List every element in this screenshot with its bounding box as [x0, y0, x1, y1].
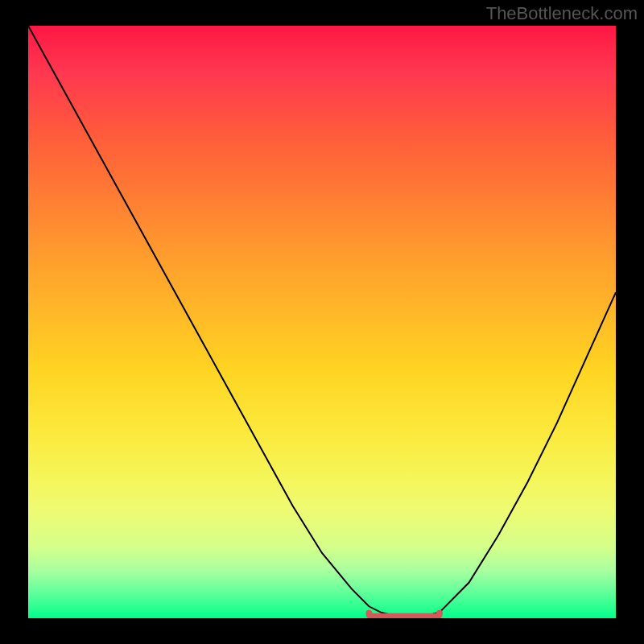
bottleneck-curve [28, 26, 616, 617]
plot-area [28, 26, 616, 618]
chart-svg [28, 26, 616, 618]
optimal-marker [369, 613, 440, 617]
attribution-text: TheBottleneck.com [486, 3, 638, 24]
